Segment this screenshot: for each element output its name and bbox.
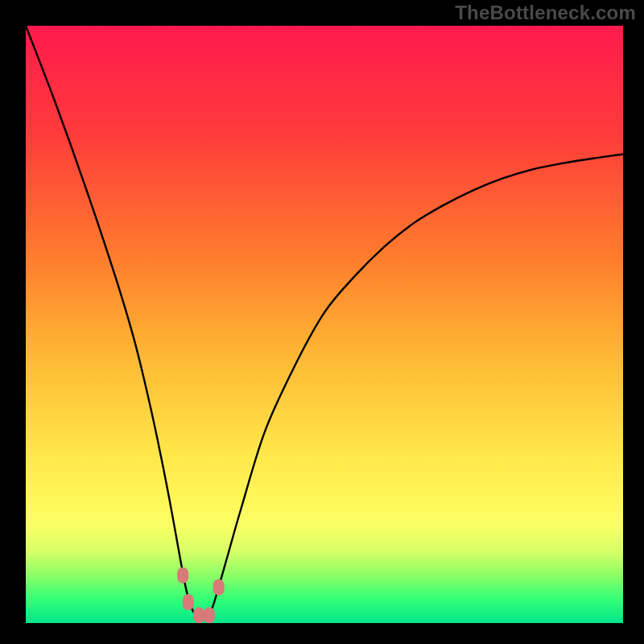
plot-background: [26, 26, 623, 623]
watermark-text: TheBottleneck.com: [455, 2, 636, 24]
bottleneck-chart: [0, 0, 644, 644]
curve-marker: [193, 607, 204, 623]
curve-marker: [204, 607, 215, 623]
chart-stage: TheBottleneck.com: [0, 0, 644, 644]
curve-marker: [177, 568, 188, 584]
curve-marker: [213, 579, 225, 595]
curve-marker: [183, 594, 194, 610]
